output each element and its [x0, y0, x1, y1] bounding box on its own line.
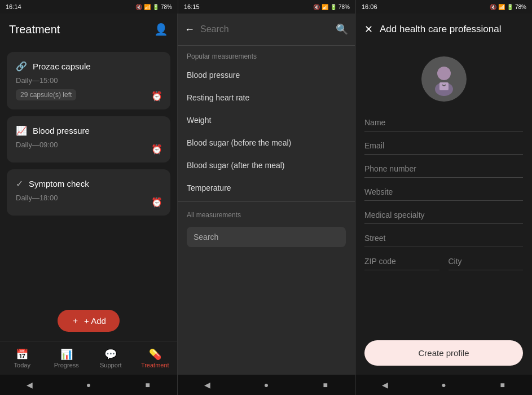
city-input[interactable]: [449, 257, 524, 266]
middle-status-icons: 🔇 📶 🔋 78%: [313, 4, 350, 10]
search-item-weight[interactable]: Weight: [178, 109, 355, 131]
right-status-icons: 🔇 📶 🔋 78%: [490, 4, 526, 10]
treatment-nav-label: Treatment: [141, 362, 169, 368]
name-input[interactable]: [364, 118, 523, 127]
left-status-icons: 🔇 📶 🔋 78%: [135, 4, 172, 10]
right-home-button[interactable]: ●: [432, 380, 455, 389]
middle-battery: 78%: [338, 4, 350, 10]
middle-home-button[interactable]: ●: [255, 380, 278, 389]
svg-rect-2: [439, 82, 449, 90]
search-item-blood-pressure[interactable]: Blood pressure: [178, 64, 355, 86]
email-input[interactable]: [364, 141, 523, 150]
right-header: ✕ Add health care professional: [355, 14, 532, 45]
symptom-header: ✓ Symptom check: [16, 178, 161, 189]
search-item-sugar-before[interactable]: Blood sugar (before the meal): [178, 131, 355, 154]
nav-progress[interactable]: 📊 Progress: [45, 348, 89, 368]
nav-treatment[interactable]: 💊 Treatment: [133, 348, 178, 368]
add-label: + Add: [84, 316, 106, 326]
zip-city-row: [364, 249, 523, 273]
progress-label: Progress: [54, 362, 79, 368]
field-phone: [364, 157, 523, 178]
treatment-nav-icon: 💊: [149, 348, 161, 361]
left-time: 16:14: [6, 3, 21, 10]
middle-back-button[interactable]: ◀: [196, 380, 218, 389]
create-profile-button[interactable]: Create profile: [364, 340, 523, 366]
left-nav-buttons: ◀ ● ■: [0, 375, 177, 395]
today-icon: 📅: [16, 348, 28, 361]
phone-input[interactable]: [364, 164, 523, 173]
nav-support[interactable]: 💬 Support: [89, 348, 133, 368]
add-button[interactable]: ＋ + Add: [58, 310, 120, 332]
middle-status-bar: 16:15 🔇 📶 🔋 78%: [178, 0, 355, 14]
support-icon: 💬: [104, 348, 117, 361]
search-icon[interactable]: 🔍: [336, 23, 348, 36]
street-input[interactable]: [364, 234, 523, 243]
search-item-heart-rate[interactable]: Resting heart rate: [178, 86, 355, 109]
treatment-header: Treatment 👤: [0, 14, 177, 45]
symptom-icon: ✓: [16, 178, 23, 189]
prozac-badge: 29 capsule(s) left: [16, 89, 76, 100]
middle-nav-buttons: ◀ ● ■: [178, 375, 355, 395]
field-specialty: [364, 203, 523, 224]
right-nav-buttons: ◀ ● ■: [355, 375, 532, 395]
all-measurements-search[interactable]: Search: [187, 227, 346, 247]
treatment-card-prozac[interactable]: 🔗 Prozac capsule Daily—15:00 29 capsule(…: [7, 52, 170, 109]
search-item-temperature[interactable]: Temperature: [178, 177, 355, 199]
bottom-nav: 📅 Today 📊 Progress 💬 Support 💊 Treatment: [0, 341, 177, 375]
right-content: [355, 45, 532, 331]
middle-time: 16:15: [184, 3, 200, 10]
field-website: [364, 180, 523, 201]
prozac-schedule: Daily—15:00: [16, 76, 161, 85]
search-header: ← 🔍: [178, 14, 355, 45]
close-button[interactable]: ✕: [364, 23, 373, 36]
prozac-header: 🔗 Prozac capsule: [16, 61, 161, 72]
specialty-input[interactable]: [364, 210, 523, 220]
search-input[interactable]: [200, 24, 330, 34]
svg-point-0: [437, 67, 451, 80]
treatment-card-bp[interactable]: 📈 Blood pressure Daily—09:00 ⏰: [7, 116, 170, 163]
right-time: 16:06: [362, 3, 377, 10]
add-icon: ＋: [71, 315, 80, 326]
middle-recent-button[interactable]: ■: [314, 380, 337, 389]
profile-icon[interactable]: 👤: [154, 23, 168, 36]
field-zip: [364, 249, 439, 270]
bp-schedule: Daily—09:00: [16, 141, 161, 149]
home-button[interactable]: ●: [77, 380, 100, 389]
symptom-title: Symptom check: [29, 179, 89, 188]
pill-icon: 🔗: [16, 61, 27, 72]
treatment-card-symptom[interactable]: ✓ Symptom check Daily—18:00 ⏰: [7, 169, 170, 216]
support-label: Support: [100, 362, 122, 368]
bp-clock: ⏰: [151, 144, 162, 155]
field-email: [364, 134, 523, 155]
avatar[interactable]: [421, 56, 467, 102]
panels-container: Treatment 👤 🔗 Prozac capsule Daily—15:00…: [0, 14, 532, 395]
nav-today[interactable]: 📅 Today: [0, 348, 45, 368]
back-button[interactable]: ◀: [18, 380, 41, 389]
right-recent-button[interactable]: ■: [491, 380, 514, 389]
field-street: [364, 226, 523, 247]
middle-panel: ← 🔍 Popular measurements Blood pressure …: [178, 14, 355, 395]
bp-title: Blood pressure: [33, 126, 90, 135]
field-name: [364, 111, 523, 131]
right-status-bar: 16:06 🔇 📶 🔋 78%: [355, 0, 532, 14]
right-panel-title: Add health care professional: [380, 24, 501, 35]
website-input[interactable]: [364, 187, 523, 196]
bp-header: 📈 Blood pressure: [16, 125, 161, 136]
search-divider-middle: [178, 201, 355, 202]
avatar-section: [364, 45, 523, 111]
status-bars: 16:14 🔇 📶 🔋 78% 16:15 🔇 📶 🔋 78% 16:06 🔇 …: [0, 0, 532, 14]
right-panel: ✕ Add health care professional: [355, 14, 532, 395]
right-back-button[interactable]: ◀: [373, 380, 396, 389]
symptom-schedule: Daily—18:00: [16, 194, 161, 202]
left-panel: Treatment 👤 🔗 Prozac capsule Daily—15:00…: [0, 14, 178, 395]
all-measurements-label: All measurements: [178, 204, 355, 222]
search-back-button[interactable]: ←: [184, 24, 195, 36]
search-item-sugar-after[interactable]: Blood sugar (after the meal): [178, 154, 355, 177]
left-battery: 78%: [161, 4, 172, 10]
left-status-bar: 16:14 🔇 📶 🔋 78%: [0, 0, 178, 14]
right-battery: 78%: [515, 4, 526, 10]
zip-input[interactable]: [364, 257, 439, 266]
recent-button[interactable]: ■: [137, 380, 159, 389]
treatment-title: Treatment: [9, 23, 60, 36]
add-button-container: ＋ + Add: [0, 301, 177, 341]
